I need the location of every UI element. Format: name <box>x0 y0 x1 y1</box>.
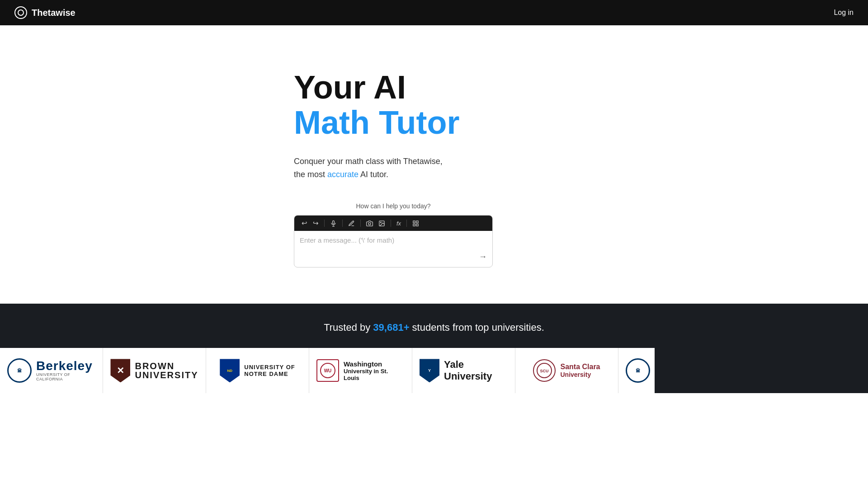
hero-subtitle: Conquer your math class with Thetawise,t… <box>294 155 574 181</box>
yale-card: Y Yale University <box>412 348 515 393</box>
hero-section: Your AI Math Tutor Conquer your math cla… <box>0 25 868 304</box>
washu-logo: WU Washington University in St. Louis <box>316 359 405 382</box>
scu-icon: SCU <box>533 359 556 382</box>
image-button[interactable] <box>377 219 387 228</box>
formula-button[interactable]: fx <box>395 219 403 228</box>
nd-text: UNIVERSITY OF NOTRE DAME <box>244 364 295 377</box>
hero-title: Your AI Math Tutor <box>294 70 574 141</box>
pen-button[interactable] <box>346 219 357 228</box>
svg-rect-0 <box>333 221 335 224</box>
undo-button[interactable]: ↩ <box>300 218 309 228</box>
brown-text: BROWN UNIVERSITY <box>135 361 198 380</box>
chat-box: ↩ ↪ <box>294 215 493 267</box>
toolbar-sep-4 <box>391 220 391 227</box>
berkeley-logo: 🏛 Berkeley UNIVERSITY OF CALIFORNIA <box>7 358 95 383</box>
washu-card: WU Washington University in St. Louis <box>309 348 412 393</box>
toolbar-sep-1 <box>324 220 325 227</box>
nd-inner: ND <box>227 369 232 373</box>
berkeley-text: Berkeley UNIVERSITY OF CALIFORNIA <box>36 360 95 381</box>
chat-input[interactable] <box>300 236 472 259</box>
redo-button[interactable]: ↪ <box>311 218 321 228</box>
trusted-label-before: Trusted by <box>324 322 373 333</box>
svg-rect-6 <box>413 221 415 223</box>
svg-text:WU: WU <box>324 368 332 373</box>
login-button[interactable]: Log in <box>834 9 854 17</box>
partial-icon: 🏛 <box>626 358 650 383</box>
scu-text: Santa Clara University <box>560 363 600 378</box>
chat-section: How can I help you today? ↩ ↪ <box>294 202 493 267</box>
trusted-count: 39,681+ <box>373 322 409 333</box>
yale-inner: Y <box>428 368 431 373</box>
svg-rect-7 <box>416 221 418 223</box>
mic-button[interactable] <box>328 219 339 228</box>
logo-icon <box>14 6 27 19</box>
notredame-card: ND UNIVERSITY OF NOTRE DAME <box>206 348 309 393</box>
grid-button[interactable] <box>410 219 421 228</box>
hero-title-accent: Math Tutor <box>294 105 574 141</box>
svg-text:SCU: SCU <box>540 369 549 373</box>
toolbar-sep-2 <box>342 220 343 227</box>
camera-button[interactable] <box>364 219 375 228</box>
brown-card: ✕ BROWN UNIVERSITY <box>103 348 206 393</box>
university-logos: 🏛 Berkeley UNIVERSITY OF CALIFORNIA ✕ BR… <box>0 348 868 393</box>
yale-text: Yale University <box>444 359 508 382</box>
brown-shield-icon: ✕ <box>110 359 130 382</box>
scu-logo: SCU Santa Clara University <box>533 359 600 382</box>
washu-text: Washington University in St. Louis <box>344 360 405 381</box>
logo: Thetawise <box>14 6 75 19</box>
nd-shield-icon: ND <box>220 359 240 382</box>
toolbar-sep-5 <box>406 220 407 227</box>
svg-point-3 <box>368 223 371 225</box>
yale-logo: Y Yale University <box>420 359 508 382</box>
hero-content: Your AI Math Tutor Conquer your math cla… <box>276 70 592 267</box>
logo-text: Thetawise <box>32 8 75 18</box>
svg-rect-9 <box>416 224 418 226</box>
brown-cross: ✕ <box>117 366 124 375</box>
svg-point-5 <box>380 222 381 223</box>
toolbar-sep-3 <box>360 220 361 227</box>
chat-toolbar: ↩ ↪ <box>294 216 492 231</box>
chat-label: How can I help you today? <box>294 202 493 210</box>
trusted-title: Trusted by 39,681+ students from top uni… <box>0 322 868 333</box>
yale-shield-icon: Y <box>420 359 439 382</box>
svg-rect-8 <box>413 224 415 226</box>
notredame-logo: ND UNIVERSITY OF NOTRE DAME <box>220 359 295 382</box>
accurate-text: accurate <box>327 170 359 179</box>
trusted-section: Trusted by 39,681+ students from top uni… <box>0 304 868 393</box>
brown-logo: ✕ BROWN UNIVERSITY <box>110 359 198 382</box>
hero-title-plain: Your AI <box>294 69 406 105</box>
send-button[interactable]: → <box>479 252 487 262</box>
washu-badge-icon: WU <box>316 359 339 382</box>
trusted-label-after: students from top universities. <box>410 322 544 333</box>
berkeley-icon: 🏛 <box>7 358 32 383</box>
chat-input-area: → <box>294 231 492 267</box>
partial-card: 🏛 <box>618 348 655 393</box>
navbar: Thetawise Log in <box>0 0 868 25</box>
berkeley-card: 🏛 Berkeley UNIVERSITY OF CALIFORNIA <box>0 348 103 393</box>
scu-card: SCU Santa Clara University <box>515 348 618 393</box>
